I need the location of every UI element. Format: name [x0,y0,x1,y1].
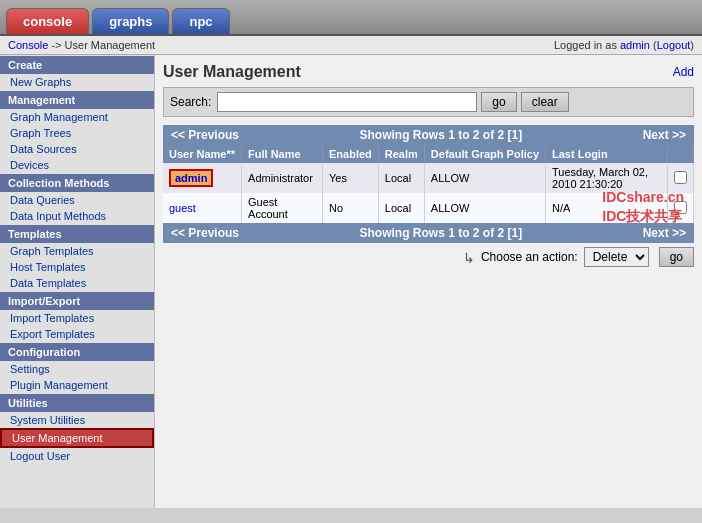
sidebar-item-new-graphs[interactable]: New Graphs [0,74,154,90]
header-bar: Console -> User Management Logged in as … [0,36,702,55]
page-title: User Management [163,63,301,81]
table-header-row: User Name** Full Name Enabled Realm Defa… [163,145,694,163]
tab-graphs[interactable]: graphs [92,8,169,34]
sidebar-item-user-management[interactable]: User Management [0,428,154,448]
sidebar-item-export-templates[interactable]: Export Templates [0,326,154,342]
col-checkbox [667,145,693,163]
search-input[interactable] [217,92,477,112]
prev-link-top[interactable]: << Previous [171,128,239,142]
breadcrumb-root[interactable]: Console [8,39,48,51]
sidebar-section-create: Create [0,56,154,74]
user-link-guest[interactable]: guest [169,202,196,214]
sidebar-item-data-templates[interactable]: Data Templates [0,275,154,291]
action-select[interactable]: Delete [584,247,649,267]
go-button[interactable]: go [481,92,516,112]
checkbox-guest[interactable] [674,201,687,214]
cell-checkbox-guest[interactable] [667,193,693,223]
col-fullname: Full Name [242,145,323,163]
content-wrapper: User Management Add Search: go clear << … [163,63,694,267]
sidebar-section-configuration: Configuration [0,343,154,361]
action-row: ↳ Choose an action: Delete go [163,247,694,267]
col-username: User Name** [163,145,242,163]
sidebar-item-data-queries[interactable]: Data Queries [0,192,154,208]
showing-text-bottom: Showing Rows 1 to 2 of 2 [1] [360,226,523,240]
sidebar-item-data-input-methods[interactable]: Data Input Methods [0,208,154,224]
sidebar-item-devices[interactable]: Devices [0,157,154,173]
add-link[interactable]: Add [673,65,694,79]
logout-link[interactable]: Logout [657,39,691,51]
search-label: Search: [170,95,211,109]
login-info: Logged in as admin (Logout) [554,39,694,51]
sidebar: Create New Graphs Management Graph Manag… [0,55,155,508]
next-link-bottom[interactable]: Next >> [643,226,686,240]
breadcrumb-separator: -> [51,39,64,51]
user-link-admin[interactable]: admin [169,169,213,187]
indent-icon: ↳ [463,250,475,266]
go-action-button[interactable]: go [659,247,694,267]
showing-text-top: Showing Rows 1 to 2 of 2 [1] [360,128,523,142]
login-text: Logged in as [554,39,617,51]
cell-fullname-guest: Guest Account [242,193,323,223]
sidebar-item-host-templates[interactable]: Host Templates [0,259,154,275]
sidebar-section-collection: Collection Methods [0,174,154,192]
table-row: guest Guest Account No Local ALLOW N/A [163,193,694,223]
cell-username-guest: guest [163,193,242,223]
main-layout: Create New Graphs Management Graph Manag… [0,55,702,508]
breadcrumb: Console -> User Management [8,39,155,51]
col-default-graph-policy: Default Graph Policy [424,145,545,163]
cell-enabled-admin: Yes [323,163,379,193]
table-row: admin Administrator Yes Local ALLOW Tues… [163,163,694,193]
next-link-top[interactable]: Next >> [643,128,686,142]
cell-realm-guest: Local [378,193,424,223]
login-user[interactable]: admin [620,39,650,51]
cell-lastlogin-guest: N/A [546,193,668,223]
search-bar: Search: go clear [163,87,694,117]
cell-policy-admin: ALLOW [424,163,545,193]
col-enabled: Enabled [323,145,379,163]
sidebar-section-templates: Templates [0,225,154,243]
content-area: User Management Add Search: go clear << … [155,55,702,508]
sidebar-item-graph-trees[interactable]: Graph Trees [0,125,154,141]
tab-npc[interactable]: npc [172,8,229,34]
table-nav-bottom: << Previous Showing Rows 1 to 2 of 2 [1]… [163,223,694,243]
cell-lastlogin-admin: Tuesday, March 02, 2010 21:30:20 [546,163,668,193]
page-title-bar: User Management Add [163,63,694,81]
prev-link-bottom[interactable]: << Previous [171,226,239,240]
col-last-login: Last Login [546,145,668,163]
sidebar-item-settings[interactable]: Settings [0,361,154,377]
cell-enabled-guest: No [323,193,379,223]
action-label: Choose an action: [481,250,578,264]
tab-console[interactable]: console [6,8,89,34]
sidebar-section-management: Management [0,91,154,109]
cell-fullname-admin: Administrator [242,163,323,193]
sidebar-item-graph-templates[interactable]: Graph Templates [0,243,154,259]
col-realm: Realm [378,145,424,163]
top-navigation: console graphs npc [0,0,702,36]
clear-button[interactable]: clear [521,92,569,112]
cell-realm-admin: Local [378,163,424,193]
sidebar-item-logout-user[interactable]: Logout User [0,448,154,464]
sidebar-section-import-export: Import/Export [0,292,154,310]
cell-policy-guest: ALLOW [424,193,545,223]
cell-checkbox-admin[interactable] [667,163,693,193]
table-nav-top: << Previous Showing Rows 1 to 2 of 2 [1]… [163,125,694,145]
sidebar-item-plugin-management[interactable]: Plugin Management [0,377,154,393]
checkbox-admin[interactable] [674,171,687,184]
sidebar-section-utilities: Utilities [0,394,154,412]
sidebar-item-system-utilities[interactable]: System Utilities [0,412,154,428]
sidebar-item-graph-management[interactable]: Graph Management [0,109,154,125]
sidebar-item-data-sources[interactable]: Data Sources [0,141,154,157]
cell-username-admin: admin [163,163,242,193]
sidebar-item-import-templates[interactable]: Import Templates [0,310,154,326]
breadcrumb-current: User Management [65,39,156,51]
users-table: User Name** Full Name Enabled Realm Defa… [163,145,694,223]
